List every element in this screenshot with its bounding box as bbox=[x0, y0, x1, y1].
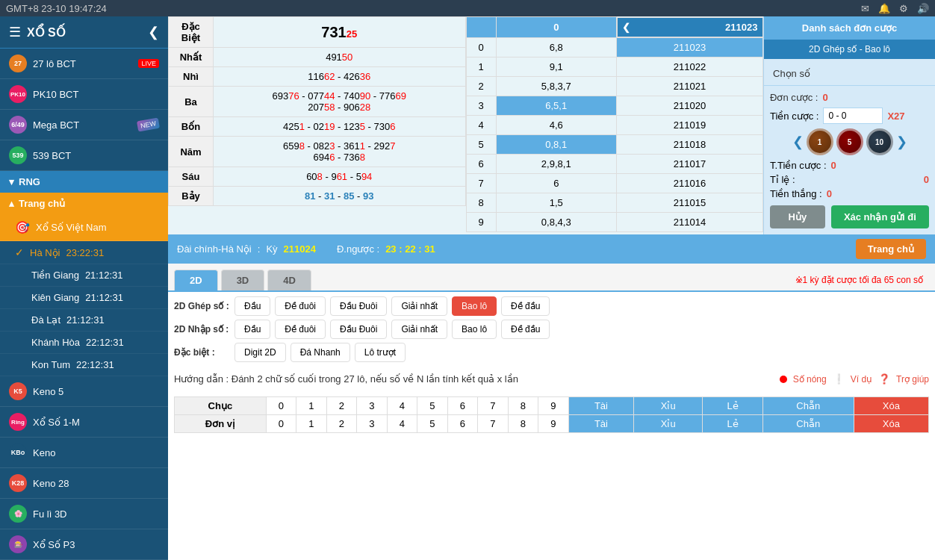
num-1: 211022 bbox=[617, 57, 763, 76]
donvi-5[interactable]: 5 bbox=[417, 415, 448, 433]
donvi-le[interactable]: Lẻ bbox=[703, 415, 762, 433]
2d-ghep-baolo[interactable]: Bao lô bbox=[452, 296, 497, 316]
prev-arrow[interactable]: ❮ bbox=[622, 22, 630, 33]
sidebar-item-ha-noi[interactable]: ✓ Hà Nội 23:22:31 bbox=[0, 241, 168, 264]
xoso-vn-label: Xổ Số Việt Nam bbox=[36, 222, 159, 233]
2d-nhap-baolo[interactable]: Bao lô bbox=[452, 320, 497, 339]
tab-3d[interactable]: 3D bbox=[221, 270, 265, 290]
sidebar-item-xoso-vn[interactable]: 🎯 Xổ Số Việt Nam bbox=[0, 214, 168, 241]
fuli3d-label: Fu lì 3D bbox=[33, 508, 159, 520]
number-row-0: 0 6,8 211023 bbox=[466, 37, 763, 57]
sidebar-item-keno28[interactable]: K28 Keno 28 bbox=[0, 468, 168, 499]
sidebar-item-khanh-hoa[interactable]: Khánh Hòa 22:12:31 bbox=[0, 332, 168, 354]
so-nong-link[interactable]: Số nóng bbox=[793, 374, 827, 385]
chuc-9[interactable]: 9 bbox=[538, 397, 569, 415]
donvi-4[interactable]: 4 bbox=[387, 415, 417, 433]
tab-2d[interactable]: 2D bbox=[174, 270, 218, 290]
bell-icon[interactable]: 🔔 bbox=[878, 3, 890, 14]
chuc-3[interactable]: 3 bbox=[357, 397, 388, 415]
fuli3d-icon: 🌸 bbox=[9, 505, 27, 523]
chuc-7[interactable]: 7 bbox=[478, 397, 509, 415]
dacbiet-lotruot[interactable]: Lô trượt bbox=[355, 343, 406, 362]
sidebar-section-trangchu[interactable]: ▴ Trang chủ bbox=[0, 193, 168, 214]
chip-prev-arrow[interactable]: ❮ bbox=[792, 134, 804, 150]
sidebar-item-pk10-bct[interactable]: PK10 PK10 BCT bbox=[0, 79, 168, 110]
sidebar-section-rng[interactable]: ▾ RNG bbox=[0, 171, 168, 193]
donvi-1[interactable]: 1 bbox=[296, 415, 327, 433]
2d-ghep-giainhat[interactable]: Giải nhất bbox=[391, 296, 447, 316]
donvi-8[interactable]: 8 bbox=[508, 415, 538, 433]
chuc-1[interactable]: 1 bbox=[296, 397, 327, 415]
2d-ghep-dau[interactable]: Đầu bbox=[234, 296, 270, 316]
message-icon[interactable]: ✉ bbox=[861, 3, 869, 14]
2d-ghep-dedau[interactable]: Đề đầu bbox=[501, 296, 550, 316]
chuc-2[interactable]: 2 bbox=[326, 397, 357, 415]
trang-chu-button[interactable]: Trang chủ bbox=[856, 239, 926, 259]
chip-1[interactable]: 1 bbox=[807, 128, 833, 155]
sidebar-item-xoso-p3[interactable]: 🎰 Xổ Số P3 bbox=[0, 529, 168, 560]
donvi-xiu[interactable]: Xỉu bbox=[634, 415, 703, 433]
xacnhan-button[interactable]: Xác nhận gửi đi bbox=[831, 205, 929, 228]
sidebar-item-mega-bct[interactable]: 6/49 Mega BCT NEW bbox=[0, 110, 168, 140]
donvi-6[interactable]: 6 bbox=[447, 415, 478, 433]
bon-value: 4251 - 0219 - 1235 - 7306 bbox=[214, 117, 466, 137]
hamburger-icon[interactable]: ☰ bbox=[9, 24, 21, 40]
tien-cuoc-input[interactable] bbox=[823, 108, 883, 124]
donvi-xoa[interactable]: Xóa bbox=[854, 415, 928, 433]
sidebar-item-xoso1m[interactable]: Ring Xổ Số 1-M bbox=[0, 407, 168, 438]
2d-ghep-deduoi[interactable]: Đề đuôi bbox=[275, 296, 326, 316]
chuc-0[interactable]: 0 bbox=[266, 397, 296, 415]
settings-icon[interactable]: ⚙ bbox=[899, 3, 908, 14]
dnguoc-label: Đ.ngược : bbox=[337, 243, 379, 255]
donvi-2[interactable]: 2 bbox=[326, 415, 357, 433]
donvi-9[interactable]: 9 bbox=[538, 415, 569, 433]
dacbiet-danhanh[interactable]: Đá Nhanh bbox=[291, 343, 350, 362]
huy-button[interactable]: Hủy bbox=[770, 205, 825, 228]
chuc-chan[interactable]: Chẵn bbox=[762, 397, 854, 415]
donvi-3[interactable]: 3 bbox=[357, 415, 388, 433]
sidebar-item-tien-giang[interactable]: Tiền Giang 21:12:31 bbox=[0, 264, 168, 287]
bet-row-2d-ghep: 2D Ghép số : Đầu Đề đuôi Đầu Đuôi Giải n… bbox=[174, 296, 929, 316]
vi-du-link[interactable]: Ví dụ bbox=[851, 374, 872, 385]
dacbiet-digit2d[interactable]: Digit 2D bbox=[234, 343, 286, 362]
xoso1m-icon: Ring bbox=[9, 413, 27, 431]
volume-icon[interactable]: 🔊 bbox=[917, 3, 929, 14]
chip-next-arrow[interactable]: ❯ bbox=[896, 134, 907, 150]
hint-right: Số nóng ❕ Ví dụ ❓ Trợ giúp bbox=[780, 373, 929, 385]
donvi-chan[interactable]: Chẵn bbox=[762, 415, 854, 433]
chuc-tai[interactable]: Tài bbox=[568, 397, 634, 415]
tab-4d[interactable]: 4D bbox=[267, 270, 311, 290]
sidebar-item-keno[interactable]: KBo Keno bbox=[0, 438, 168, 468]
collapse-icon[interactable]: ❮ bbox=[148, 24, 159, 40]
chuc-8[interactable]: 8 bbox=[508, 397, 538, 415]
sidebar-item-da-lat[interactable]: Đà Lạt 21:12:31 bbox=[0, 309, 168, 332]
number-row-2: 2 5,8,3,7 211021 bbox=[466, 76, 763, 96]
sidebar-item-fuli3d[interactable]: 🌸 Fu lì 3D bbox=[0, 499, 168, 529]
chuc-xoa[interactable]: Xóa bbox=[854, 397, 928, 415]
chuc-xiu[interactable]: Xỉu bbox=[634, 397, 703, 415]
chip-5[interactable]: 5 bbox=[836, 128, 863, 155]
chuc-le[interactable]: Lẻ bbox=[703, 397, 762, 415]
2d-nhap-giainhat[interactable]: Giải nhất bbox=[391, 320, 447, 339]
2d-ghep-dauduoi[interactable]: Đầu Đuôi bbox=[330, 296, 387, 316]
2d-nhap-deduoi[interactable]: Đề đuôi bbox=[275, 320, 326, 339]
tro-giup-link[interactable]: Trợ giúp bbox=[896, 374, 929, 385]
sidebar-item-kon-tum[interactable]: Kon Tum 22:12:31 bbox=[0, 354, 168, 376]
sidebar-item-27lo-bct[interactable]: 27 27 lô BCT LIVE bbox=[0, 49, 168, 79]
donvi-tai[interactable]: Tài bbox=[568, 415, 634, 433]
sidebar-item-kien-giang[interactable]: Kiên Giang 21:12:31 bbox=[0, 287, 168, 309]
2d-nhap-dedau[interactable]: Đề đầu bbox=[501, 320, 550, 339]
odds-6: 2,9,8,1 bbox=[496, 154, 617, 173]
2d-nhap-dau[interactable]: Đầu bbox=[234, 320, 270, 339]
chip-10[interactable]: 10 bbox=[866, 128, 893, 155]
sidebar-item-keno5[interactable]: K5 Keno 5 bbox=[0, 376, 168, 407]
sidebar-item-539-bct[interactable]: 539 539 BCT bbox=[0, 140, 168, 171]
donvi-0[interactable]: 0 bbox=[266, 415, 296, 433]
chuc-5[interactable]: 5 bbox=[417, 397, 448, 415]
donvi-7[interactable]: 7 bbox=[478, 415, 509, 433]
chuc-6[interactable]: 6 bbox=[447, 397, 478, 415]
hint-excl: ❕ bbox=[833, 373, 845, 385]
chuc-4[interactable]: 4 bbox=[387, 397, 417, 415]
table-row-dacbiet: Đặc Biệt 73125 bbox=[169, 17, 466, 48]
2d-nhap-dauduoi[interactable]: Đầu Đuôi bbox=[330, 320, 387, 339]
